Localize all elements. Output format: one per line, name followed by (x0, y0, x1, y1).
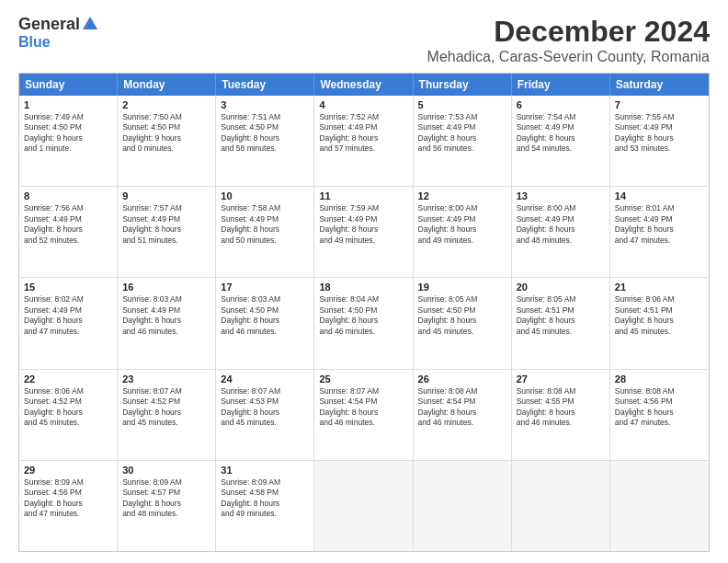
day-info: Sunrise: 8:00 AMSunset: 4:49 PMDaylight:… (418, 203, 506, 246)
day-cell-21: 21Sunrise: 8:06 AMSunset: 4:51 PMDayligh… (610, 278, 709, 368)
day-number: 15 (24, 282, 112, 293)
day-info: Sunrise: 8:03 AMSunset: 4:50 PMDaylight:… (221, 294, 309, 337)
day-number: 26 (418, 373, 506, 385)
day-cell-10: 10Sunrise: 7:58 AMSunset: 4:49 PMDayligh… (216, 187, 314, 277)
header-day-sunday: Sunday (19, 74, 118, 96)
day-info: Sunrise: 7:59 AMSunset: 4:49 PMDaylight:… (319, 203, 407, 246)
main-title: December 2024 (427, 15, 710, 49)
header-day-thursday: Thursday (414, 74, 512, 96)
calendar-row-3: 15Sunrise: 8:02 AMSunset: 4:49 PMDayligh… (19, 277, 709, 368)
page: General Blue December 2024 Mehadica, Car… (0, 0, 728, 563)
day-number: 21 (615, 282, 704, 293)
day-info: Sunrise: 8:09 AMSunset: 4:56 PMDaylight:… (24, 477, 112, 520)
day-cell-19: 19Sunrise: 8:05 AMSunset: 4:50 PMDayligh… (414, 278, 512, 368)
day-number: 25 (319, 373, 407, 385)
day-number: 20 (517, 282, 605, 293)
day-info: Sunrise: 8:07 AMSunset: 4:52 PMDaylight:… (122, 386, 210, 429)
day-number: 3 (221, 99, 309, 110)
day-number: 7 (615, 99, 704, 110)
day-info: Sunrise: 8:05 AMSunset: 4:51 PMDaylight:… (517, 294, 605, 337)
day-number: 24 (221, 373, 309, 385)
logo-triangle-icon (83, 17, 97, 29)
header-day-wednesday: Wednesday (314, 74, 413, 96)
day-number: 8 (24, 190, 112, 201)
day-number: 30 (122, 465, 210, 476)
day-info: Sunrise: 8:04 AMSunset: 4:50 PMDaylight:… (319, 294, 407, 337)
day-cell-27: 27Sunrise: 8:08 AMSunset: 4:55 PMDayligh… (512, 370, 610, 460)
day-number: 19 (418, 282, 506, 293)
day-number: 23 (122, 373, 210, 385)
calendar-row-1: 1Sunrise: 7:49 AMSunset: 4:50 PMDaylight… (19, 96, 709, 186)
day-number: 12 (418, 190, 506, 201)
day-number: 9 (122, 190, 210, 201)
day-info: Sunrise: 7:53 AMSunset: 4:49 PMDaylight:… (418, 112, 506, 155)
day-info: Sunrise: 7:49 AMSunset: 4:50 PMDaylight:… (24, 112, 112, 155)
logo-blue-text: Blue (18, 34, 51, 51)
day-cell-8: 8Sunrise: 7:56 AMSunset: 4:49 PMDaylight… (19, 187, 118, 277)
day-info: Sunrise: 7:51 AMSunset: 4:50 PMDaylight:… (221, 112, 309, 155)
day-cell-30: 30Sunrise: 8:09 AMSunset: 4:57 PMDayligh… (118, 461, 216, 551)
day-cell-25: 25Sunrise: 8:07 AMSunset: 4:54 PMDayligh… (314, 370, 413, 460)
day-info: Sunrise: 8:01 AMSunset: 4:49 PMDaylight:… (615, 203, 704, 246)
day-info: Sunrise: 7:55 AMSunset: 4:49 PMDaylight:… (615, 112, 704, 155)
calendar: SundayMondayTuesdayWednesdayThursdayFrid… (18, 73, 710, 552)
calendar-header: SundayMondayTuesdayWednesdayThursdayFrid… (19, 74, 709, 96)
day-info: Sunrise: 8:00 AMSunset: 4:49 PMDaylight:… (517, 203, 605, 246)
day-info: Sunrise: 7:58 AMSunset: 4:49 PMDaylight:… (221, 203, 309, 246)
day-info: Sunrise: 8:03 AMSunset: 4:49 PMDaylight:… (122, 294, 210, 337)
day-info: Sunrise: 8:09 AMSunset: 4:57 PMDaylight:… (122, 477, 210, 520)
day-cell-24: 24Sunrise: 8:07 AMSunset: 4:53 PMDayligh… (216, 370, 314, 460)
day-info: Sunrise: 8:07 AMSunset: 4:54 PMDaylight:… (319, 386, 407, 429)
calendar-body: 1Sunrise: 7:49 AMSunset: 4:50 PMDaylight… (19, 96, 709, 551)
day-info: Sunrise: 8:08 AMSunset: 4:54 PMDaylight:… (418, 386, 506, 429)
day-number: 11 (319, 190, 407, 201)
day-info: Sunrise: 8:09 AMSunset: 4:58 PMDaylight:… (221, 477, 309, 520)
day-number: 22 (24, 373, 112, 385)
day-number: 14 (615, 190, 704, 201)
day-cell-20: 20Sunrise: 8:05 AMSunset: 4:51 PMDayligh… (512, 278, 610, 368)
header-day-saturday: Saturday (610, 74, 709, 96)
day-cell-22: 22Sunrise: 8:06 AMSunset: 4:52 PMDayligh… (19, 370, 118, 460)
calendar-row-4: 22Sunrise: 8:06 AMSunset: 4:52 PMDayligh… (19, 369, 709, 460)
day-cell-28: 28Sunrise: 8:08 AMSunset: 4:56 PMDayligh… (610, 370, 709, 460)
logo-general-text: General (18, 15, 80, 34)
day-info: Sunrise: 7:54 AMSunset: 4:49 PMDaylight:… (517, 112, 605, 155)
title-section: December 2024 Mehadica, Caras-Severin Co… (427, 15, 710, 65)
day-cell-16: 16Sunrise: 8:03 AMSunset: 4:49 PMDayligh… (118, 278, 216, 368)
day-info: Sunrise: 7:57 AMSunset: 4:49 PMDaylight:… (122, 203, 210, 246)
day-cell-11: 11Sunrise: 7:59 AMSunset: 4:49 PMDayligh… (314, 187, 413, 277)
day-info: Sunrise: 8:02 AMSunset: 4:49 PMDaylight:… (24, 294, 112, 337)
day-cell-29: 29Sunrise: 8:09 AMSunset: 4:56 PMDayligh… (19, 461, 118, 551)
header-day-tuesday: Tuesday (216, 74, 314, 96)
day-cell-14: 14Sunrise: 8:01 AMSunset: 4:49 PMDayligh… (610, 187, 709, 277)
calendar-row-2: 8Sunrise: 7:56 AMSunset: 4:49 PMDaylight… (19, 186, 709, 277)
day-number: 16 (122, 282, 210, 293)
day-cell-12: 12Sunrise: 8:00 AMSunset: 4:49 PMDayligh… (414, 187, 512, 277)
day-cell-5: 5Sunrise: 7:53 AMSunset: 4:49 PMDaylight… (414, 96, 512, 186)
day-number: 13 (517, 190, 605, 201)
day-cell-15: 15Sunrise: 8:02 AMSunset: 4:49 PMDayligh… (19, 278, 118, 368)
calendar-row-5: 29Sunrise: 8:09 AMSunset: 4:56 PMDayligh… (19, 460, 709, 551)
day-info: Sunrise: 7:50 AMSunset: 4:50 PMDaylight:… (122, 112, 210, 155)
day-cell-6: 6Sunrise: 7:54 AMSunset: 4:49 PMDaylight… (512, 96, 610, 186)
day-info: Sunrise: 7:56 AMSunset: 4:49 PMDaylight:… (24, 203, 112, 246)
day-cell-3: 3Sunrise: 7:51 AMSunset: 4:50 PMDaylight… (216, 96, 314, 186)
day-cell-13: 13Sunrise: 8:00 AMSunset: 4:49 PMDayligh… (512, 187, 610, 277)
empty-cell (414, 461, 512, 551)
day-info: Sunrise: 8:06 AMSunset: 4:51 PMDaylight:… (615, 294, 704, 337)
day-info: Sunrise: 8:08 AMSunset: 4:56 PMDaylight:… (615, 386, 704, 429)
day-number: 4 (319, 99, 407, 110)
day-cell-26: 26Sunrise: 8:08 AMSunset: 4:54 PMDayligh… (414, 370, 512, 460)
day-cell-17: 17Sunrise: 8:03 AMSunset: 4:50 PMDayligh… (216, 278, 314, 368)
day-info: Sunrise: 8:08 AMSunset: 4:55 PMDaylight:… (517, 386, 605, 429)
header-day-friday: Friday (512, 74, 610, 96)
day-info: Sunrise: 8:06 AMSunset: 4:52 PMDaylight:… (24, 386, 112, 429)
day-number: 27 (517, 373, 605, 385)
day-cell-23: 23Sunrise: 8:07 AMSunset: 4:52 PMDayligh… (118, 370, 216, 460)
day-number: 5 (418, 99, 506, 110)
day-cell-1: 1Sunrise: 7:49 AMSunset: 4:50 PMDaylight… (19, 96, 118, 186)
day-number: 1 (24, 99, 112, 110)
day-cell-18: 18Sunrise: 8:04 AMSunset: 4:50 PMDayligh… (314, 278, 413, 368)
header: General Blue December 2024 Mehadica, Car… (18, 15, 710, 65)
empty-cell (610, 461, 709, 551)
